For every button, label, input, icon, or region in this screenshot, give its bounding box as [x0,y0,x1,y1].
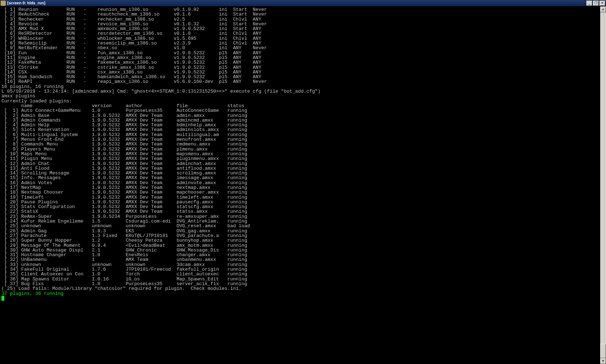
window-title: [screen 0: hlds_run] [7,1,45,5]
amxx-summary-line: 37 plugins, 36 running [1,291,64,296]
scroll-thumb[interactable] [600,344,606,358]
maximize-button[interactable]: ❐ [593,1,599,6]
scroll-up-button[interactable]: ▲ [600,7,606,12]
app-icon [1,1,6,6]
terminal-cursor [1,296,4,301]
window-buttons: _ ❐ ✕ [586,1,605,6]
window-titlebar: [screen 0: hlds_run] _ ❐ ✕ [0,0,606,7]
scroll-track[interactable] [600,12,606,358]
close-button[interactable]: ✕ [599,1,605,6]
vertical-scrollbar[interactable]: ▲ ▼ [600,7,606,364]
scroll-down-button[interactable]: ▼ [600,358,606,364]
minimize-button[interactable]: _ [586,1,592,6]
terminal-output[interactable]: [ 1] Reunion RUN - reunion_mm_i386.so v0… [0,7,606,364]
